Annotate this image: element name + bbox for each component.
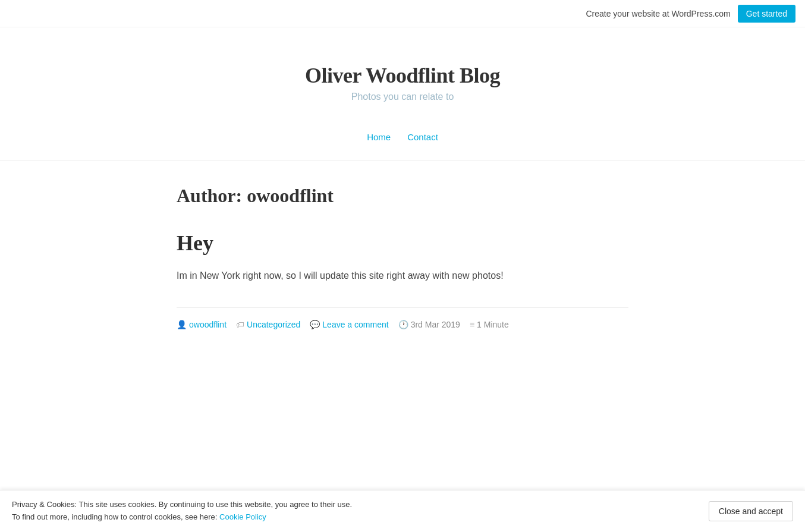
author-link[interactable]: owoodflint (189, 320, 227, 329)
nav-home[interactable]: Home (367, 132, 391, 142)
reading-icon: ≡ (470, 320, 474, 329)
nav-contact[interactable]: Contact (407, 132, 438, 142)
post-title-link[interactable]: Hey (177, 231, 213, 255)
comment-icon: 💬 (310, 320, 320, 329)
comments-link[interactable]: Leave a comment (322, 320, 388, 329)
blog-post: Hey Im in New York right now, so I will … (177, 231, 628, 329)
category-icon: 🏷 (236, 320, 244, 329)
meta-comments: 💬 Leave a comment (310, 320, 388, 329)
post-excerpt: Im in New York right now, so I will upda… (177, 267, 628, 284)
get-started-button[interactable]: Get started (738, 5, 795, 23)
main-nav: Home Contact (0, 120, 805, 160)
site-header: Oliver Woodflint Blog Photos you can rel… (0, 27, 805, 120)
author-heading: Author: owoodflint (177, 185, 628, 207)
wordpress-banner: Create your website at WordPress.com Get… (0, 0, 805, 27)
post-meta: 👤 owoodflint 🏷 Uncategorized 💬 Leave a c… (177, 307, 628, 329)
post-date: 3rd Mar 2019 (411, 320, 460, 329)
wp-banner-text: Create your website at WordPress.com (586, 9, 730, 18)
main-content: Author: owoodflint Hey Im in New York ri… (165, 161, 640, 377)
clock-icon: 🕐 (398, 320, 408, 329)
site-tagline: Photos you can relate to (12, 92, 793, 102)
meta-date: 🕐 3rd Mar 2019 (398, 320, 460, 329)
post-title: Hey (177, 231, 628, 256)
meta-reading-time: ≡ 1 Minute (470, 320, 509, 329)
meta-author: 👤 owoodflint (177, 320, 227, 329)
author-icon: 👤 (177, 320, 187, 329)
site-title: Oliver Woodflint Blog (12, 63, 793, 88)
category-link[interactable]: Uncategorized (247, 320, 300, 329)
reading-time: 1 Minute (477, 320, 509, 329)
meta-category: 🏷 Uncategorized (236, 320, 300, 329)
